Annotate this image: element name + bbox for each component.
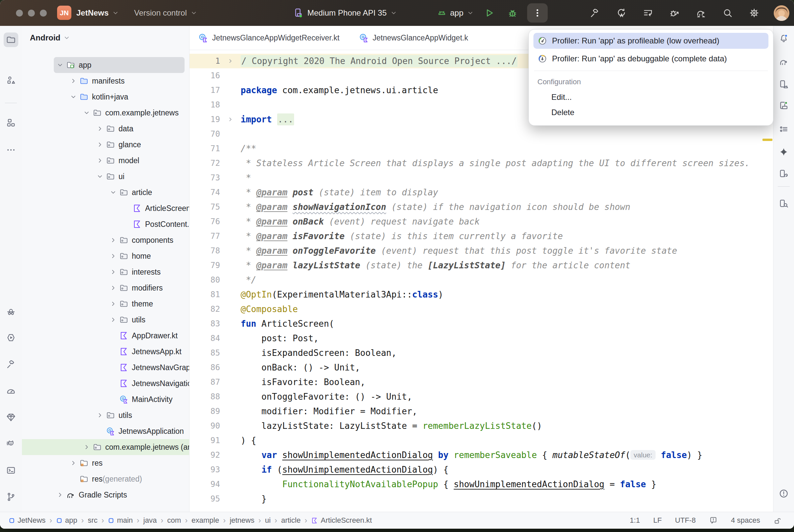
code-line-76[interactable]: 76 * @param onBack (event) request navig…: [189, 214, 773, 229]
breadcrumb-src[interactable]: src: [88, 516, 97, 525]
project-menu[interactable]: JetNews: [76, 0, 119, 26]
tree-item-manifests[interactable]: manifests: [22, 73, 189, 89]
tree-item-glance[interactable]: glance: [22, 137, 189, 153]
chevron-right-icon[interactable]: [68, 77, 78, 84]
caret-position[interactable]: 1:1: [630, 516, 640, 525]
app-quality-insights-icon[interactable]: [4, 304, 18, 319]
version-control-menu[interactable]: Version control: [134, 0, 198, 26]
chevron-right-icon[interactable]: [108, 284, 118, 291]
tree-item-theme[interactable]: theme: [22, 296, 189, 312]
tree-item-mainactivity[interactable]: MainActivity: [22, 392, 189, 407]
build-icon[interactable]: [4, 357, 18, 372]
running-devices-icon[interactable]: [776, 98, 791, 113]
structure-icon[interactable]: [4, 115, 18, 130]
gemini-icon[interactable]: [776, 145, 791, 159]
chevron-right-icon[interactable]: [82, 443, 92, 451]
code-line-77[interactable]: 77 * @param isFavorite (state) is this i…: [189, 229, 773, 244]
chevron-right-icon[interactable]: [108, 252, 118, 260]
chevron-right-icon[interactable]: [55, 491, 65, 498]
project-view-selector[interactable]: Android: [30, 33, 70, 42]
tree-item-home[interactable]: home: [22, 248, 189, 264]
code-line-74[interactable]: 74 * @param post (state) item to display: [189, 185, 773, 200]
version-control-icon[interactable]: [4, 490, 18, 504]
tree-item-components[interactable]: components: [22, 232, 189, 248]
run-configuration-selector[interactable]: app: [437, 0, 474, 26]
device-mirror-icon[interactable]: [776, 167, 791, 181]
popup-item-profiler-run-app-as-debugga[interactable]: Profiler: Run 'app' as debuggable (compl…: [533, 51, 769, 66]
code-line-89[interactable]: 89 modifier: Modifier = Modifier,: [189, 404, 773, 419]
user-avatar[interactable]: [774, 5, 789, 21]
code-line-85[interactable]: 85 isExpandedScreen: Boolean,: [189, 346, 773, 360]
window-zoom-button[interactable]: [40, 10, 47, 17]
tree-item-modifiers[interactable]: modifiers: [22, 280, 189, 296]
code-line-83[interactable]: 83fun ArticleScreen(: [189, 317, 773, 331]
code-line-72[interactable]: 72 * Stateless Article Screen that displ…: [189, 156, 773, 170]
window-close-button[interactable]: [16, 10, 23, 17]
unlock-icon[interactable]: [773, 516, 782, 525]
tree-item-com-example-jetnews[interactable]: com.example.jetnews: [22, 105, 189, 121]
terminal-icon[interactable]: [4, 463, 18, 478]
tree-item-res-generated[interactable]: res (generated): [22, 471, 189, 487]
tree-item-model[interactable]: model: [22, 153, 189, 169]
tab-jetnewsglanceappwidgetreceiver-kt[interactable]: JetnewsGlanceAppWidgetReceiver.kt: [198, 33, 339, 43]
code-line-88[interactable]: 88 onToggleFavorite: () -> Unit,: [189, 390, 773, 404]
window-minimize-button[interactable]: [28, 10, 35, 17]
breadcrumb-article[interactable]: article: [281, 516, 301, 525]
code-line-82[interactable]: 82@Composable: [189, 302, 773, 317]
line-ending[interactable]: LF: [653, 516, 662, 525]
tree-item-app[interactable]: app: [54, 57, 185, 73]
chevron-down-icon[interactable]: [68, 93, 78, 100]
code-line-84[interactable]: 84 post: Post,: [189, 331, 773, 346]
code-line-94[interactable]: 94 FunctionalityNotAvailablePopup { show…: [189, 477, 773, 492]
popup-item-profiler-run-app-as-profile[interactable]: Profiler: Run 'app' as profileable (low …: [533, 33, 769, 49]
fold-marker-icon[interactable]: [220, 58, 241, 64]
breadcrumb-com[interactable]: com: [167, 516, 181, 525]
app-inspection-icon[interactable]: [4, 410, 18, 424]
popup-action-delete[interactable]: Delete: [533, 105, 769, 120]
chevron-right-icon[interactable]: [68, 459, 78, 467]
code-line-95[interactable]: 95 }: [189, 492, 773, 506]
tree-item-utils[interactable]: utils: [22, 312, 189, 328]
code-line-79[interactable]: 79 * @param lazyListState (state) the [L…: [189, 258, 773, 273]
tree-item-appdrawer-kt[interactable]: AppDrawer.kt: [22, 328, 189, 344]
chevron-down-icon[interactable]: [95, 173, 105, 180]
logcat-icon[interactable]: [4, 436, 18, 451]
breadcrumb-jetnews[interactable]: JetNews: [8, 516, 45, 525]
code-line-87[interactable]: 87 isFavorite: Boolean,: [189, 375, 773, 390]
profiler-icon[interactable]: [4, 383, 18, 398]
folded-region[interactable]: ...: [277, 113, 294, 126]
services-icon[interactable]: [4, 330, 18, 345]
inspection-highlight-icon[interactable]: [709, 516, 718, 525]
chevron-right-icon[interactable]: [95, 125, 105, 132]
tree-item-articlescreen-kt[interactable]: ArticleScreen.kt: [22, 200, 189, 216]
chevron-down-icon[interactable]: [108, 189, 118, 196]
tree-item-utils[interactable]: utils: [22, 407, 189, 423]
breadcrumb-main[interactable]: main: [108, 516, 133, 525]
tree-item-kotlin-java[interactable]: kotlin+java: [22, 89, 189, 105]
gradle-sync-icon[interactable]: [694, 0, 708, 26]
tree-item-interests[interactable]: interests: [22, 264, 189, 280]
code-line-93[interactable]: 93 if (showUnimplementedActionDialog) {: [189, 462, 773, 477]
code-line-91[interactable]: 91) {: [189, 433, 773, 448]
popup-action-edit[interactable]: Edit...: [533, 90, 769, 105]
chevron-right-icon[interactable]: [95, 157, 105, 164]
chevron-right-icon[interactable]: [95, 141, 105, 148]
device-selector[interactable]: Medium Phone API 35: [293, 0, 397, 26]
tree-item-article[interactable]: article: [22, 185, 189, 200]
gradle-icon[interactable]: [776, 54, 791, 69]
breadcrumb-ui[interactable]: ui: [265, 516, 271, 525]
indent-setting[interactable]: 4 spaces: [731, 516, 760, 525]
chevron-right-icon[interactable]: [108, 268, 118, 276]
tree-item-data[interactable]: data: [22, 121, 189, 137]
breadcrumb-example[interactable]: example: [191, 516, 219, 525]
tree-item-jetnewsnavigation[interactable]: JetnewsNavigation: [22, 376, 189, 392]
device-manager-icon[interactable]: [776, 77, 791, 92]
code-line-81[interactable]: 81@OptIn(ExperimentalMaterial3Api::class…: [189, 287, 773, 302]
breadcrumb-app[interactable]: app: [56, 516, 77, 525]
more-run-options-button[interactable]: [527, 3, 548, 22]
device-explorer-icon[interactable]: [776, 196, 791, 211]
code-line-80[interactable]: 80 */: [189, 273, 773, 287]
fold-marker-icon[interactable]: [220, 116, 241, 123]
debug-button[interactable]: [505, 0, 520, 26]
folded-region[interactable]: / Copyright 2020 The Android Open Source…: [241, 55, 517, 67]
